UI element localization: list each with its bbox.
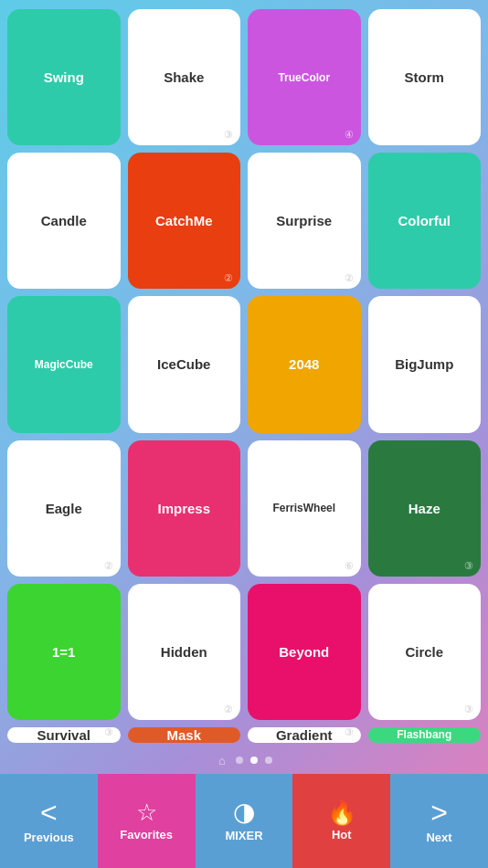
- cell-label: Survival: [37, 727, 90, 743]
- grid-cell-circle[interactable]: Circle③: [368, 584, 482, 720]
- home-dot[interactable]: ⌂: [216, 754, 228, 767]
- page-indicator: ⌂: [0, 748, 488, 774]
- hot-label: Hot: [332, 828, 352, 842]
- fav-label: Favorites: [120, 828, 173, 842]
- grid-cell-flashbang[interactable]: Flashbang: [368, 727, 482, 743]
- grid-cell-haze[interactable]: Haze③: [368, 440, 482, 577]
- cell-badge: ③: [104, 726, 113, 738]
- next-icon: >: [430, 798, 448, 827]
- cell-label: TrueColor: [278, 71, 330, 84]
- cell-label: Haze: [408, 501, 440, 516]
- mixer-button[interactable]: ◑ MIXER: [196, 774, 293, 868]
- prev-icon: <: [40, 798, 58, 827]
- grid-cell-shake[interactable]: Shake③: [128, 9, 241, 145]
- hot-button[interactable]: 🔥 Hot: [292, 774, 390, 868]
- cell-badge: ③: [224, 129, 233, 141]
- dot-1[interactable]: [236, 757, 243, 764]
- cell-label: Beyond: [279, 644, 329, 660]
- grid-cell-bigjump[interactable]: BigJump: [368, 296, 482, 432]
- cell-label: Storm: [405, 69, 444, 85]
- cell-label: CatchMe: [155, 213, 213, 228]
- mixer-icon: ◑: [233, 799, 255, 825]
- grid-cell-mask[interactable]: Mask: [128, 727, 241, 743]
- next-button[interactable]: > Next: [390, 774, 488, 868]
- cell-label: Circle: [405, 644, 443, 660]
- cell-label: 2048: [289, 356, 319, 372]
- grid-cell-colorful[interactable]: Colorful: [368, 153, 482, 289]
- grid-cell-surprise[interactable]: Surprise②: [248, 153, 361, 289]
- cell-label: BigJump: [395, 356, 453, 372]
- grid-cell-magiccube[interactable]: MagicCube: [7, 296, 121, 432]
- grid-cell-catchme[interactable]: CatchMe②: [128, 153, 241, 289]
- cell-label: Shake: [164, 69, 204, 85]
- next-label: Next: [426, 831, 451, 844]
- cell-label: FerrisWheel: [272, 502, 335, 514]
- cell-label: Flashbang: [397, 728, 451, 741]
- grid-cell-survival[interactable]: Survival③: [7, 727, 121, 743]
- cell-badge: ②: [224, 272, 233, 284]
- grid-cell-gradient[interactable]: Gradient③: [248, 727, 361, 743]
- grid-cell-11[interactable]: 1=1: [7, 584, 121, 720]
- prev-label: Previous: [24, 831, 74, 844]
- cell-label: MagicCube: [35, 358, 93, 371]
- cell-badge: ②: [345, 272, 354, 284]
- grid-cell-truecolor[interactable]: TrueColor④: [248, 9, 361, 145]
- cell-badge: ⑥: [345, 560, 354, 572]
- favorites-button[interactable]: ☆ Favorites: [98, 774, 196, 868]
- grid-cell-ferriswheel[interactable]: FerrisWheel⑥: [248, 440, 361, 577]
- cell-label: Gradient: [276, 727, 333, 743]
- star-icon: ☆: [136, 800, 157, 824]
- grid-cell-eagle[interactable]: Eagle②: [7, 440, 121, 577]
- dot-3[interactable]: [265, 757, 272, 764]
- cell-label: IceCube: [157, 356, 210, 372]
- bottom-navigation: < Previous ☆ Favorites ◑ MIXER 🔥 Hot > N…: [0, 774, 488, 868]
- cell-label: Candle: [41, 213, 87, 228]
- fire-icon: 🔥: [327, 800, 356, 824]
- grid-cell-hidden[interactable]: Hidden②: [128, 584, 241, 720]
- app-grid: SwingShake③TrueColor④StormCandleCatchMe②…: [0, 0, 488, 748]
- previous-button[interactable]: < Previous: [0, 774, 98, 868]
- cell-label: Eagle: [46, 501, 82, 516]
- grid-cell-storm[interactable]: Storm: [368, 9, 482, 145]
- cell-label: Colorful: [398, 213, 451, 228]
- cell-badge: ③: [464, 560, 473, 572]
- grid-cell-impress[interactable]: Impress: [128, 440, 241, 577]
- grid-cell-icecube[interactable]: IceCube: [128, 296, 241, 432]
- cell-badge: ②: [104, 560, 113, 572]
- grid-cell-swing[interactable]: Swing: [7, 9, 121, 145]
- grid-cell-2048[interactable]: 2048: [248, 296, 361, 432]
- cell-badge: ②: [224, 704, 233, 715]
- cell-label: Swing: [44, 69, 84, 85]
- grid-cell-beyond[interactable]: Beyond: [248, 584, 361, 720]
- cell-badge: ④: [345, 129, 354, 141]
- cell-label: Hidden: [161, 644, 207, 660]
- cell-label: 1=1: [52, 644, 75, 660]
- cell-label: Impress: [157, 501, 210, 516]
- grid-cell-candle[interactable]: Candle: [7, 153, 121, 289]
- cell-badge: ③: [345, 726, 354, 738]
- cell-badge: ③: [464, 704, 473, 715]
- cell-label: Surprise: [276, 213, 332, 228]
- dot-2[interactable]: [250, 757, 258, 764]
- cell-label: Mask: [166, 727, 201, 743]
- mixer-label: MIXER: [225, 829, 262, 842]
